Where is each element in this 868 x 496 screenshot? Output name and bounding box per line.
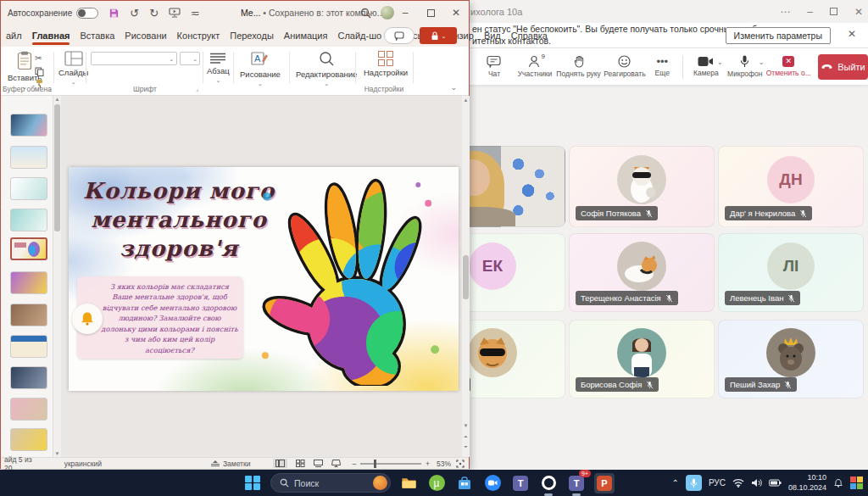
chat-button[interactable]: Чат bbox=[474, 55, 515, 78]
language-switcher[interactable]: РУС bbox=[709, 478, 726, 488]
tab-view[interactable]: Вид bbox=[479, 31, 506, 41]
widgets-icon[interactable] bbox=[850, 476, 863, 489]
tab-help[interactable]: Справка bbox=[506, 31, 553, 41]
search-icon[interactable] bbox=[360, 8, 371, 19]
slide-thumbnail[interactable] bbox=[10, 209, 47, 231]
editing-button[interactable]: Редактирование ⌄ bbox=[296, 51, 357, 86]
reading-view-button[interactable] bbox=[314, 460, 323, 467]
meeting-minimize-button[interactable]: – bbox=[807, 6, 813, 18]
tab-transitions[interactable]: Переходы bbox=[225, 31, 279, 41]
mic-in-use-indicator[interactable] bbox=[686, 475, 702, 491]
next-slide-button[interactable]: ⏷ bbox=[462, 444, 470, 450]
font-dialog-launcher[interactable]: ⌟ bbox=[196, 86, 198, 92]
drawing-button[interactable]: A Рисование ⌄ bbox=[240, 51, 281, 86]
paragraph-button[interactable]: Абзац ⌄ bbox=[207, 53, 230, 83]
taskbar-search[interactable]: Поиск bbox=[270, 473, 391, 493]
microsoft-store-icon[interactable] bbox=[454, 473, 475, 493]
participant-tile[interactable]: ЛІ Левенець Іван bbox=[718, 233, 864, 312]
tab-design[interactable]: Конструкт bbox=[172, 31, 225, 41]
zoom-slider[interactable] bbox=[360, 463, 421, 465]
zoom-slider-knob[interactable] bbox=[374, 460, 376, 468]
slide-thumbnail-selected[interactable] bbox=[10, 237, 47, 260]
undo-icon[interactable]: ↺ bbox=[130, 8, 139, 19]
editor-scrollbar[interactable]: ▲ ▼ ⏶ ⏷ bbox=[462, 96, 470, 457]
clipboard-dialog-launcher[interactable]: ⌟ bbox=[48, 86, 51, 92]
participant-tile[interactable]: Софія Потякова bbox=[569, 146, 715, 227]
start-button[interactable] bbox=[242, 473, 263, 493]
slide-thumbnail[interactable] bbox=[10, 114, 47, 137]
banner-close-icon[interactable]: ✕ bbox=[848, 28, 856, 40]
notes-button[interactable]: Заметки bbox=[210, 460, 251, 468]
font-size-select[interactable]: ⌄ bbox=[180, 52, 200, 65]
fit-to-window-button[interactable] bbox=[456, 460, 465, 468]
tray-expand-chevron-icon[interactable]: ⌃ bbox=[672, 478, 679, 488]
powerpoint-taskbar-icon[interactable]: P bbox=[594, 473, 615, 493]
raise-hand-button[interactable]: Поднять руку bbox=[555, 55, 602, 78]
slide-canvas[interactable]: Кольори мого ментального здоров'я З яких… bbox=[69, 167, 459, 391]
slideshow-view-button[interactable] bbox=[331, 460, 341, 467]
notification-bell-icon[interactable] bbox=[833, 478, 843, 488]
comments-button[interactable] bbox=[384, 27, 415, 44]
slide-sorter-view-button[interactable] bbox=[296, 460, 305, 467]
tab-animations[interactable]: Анимация bbox=[279, 31, 333, 41]
slide-thumbnail[interactable] bbox=[10, 146, 47, 169]
teams-icon[interactable]: T bbox=[510, 473, 531, 493]
ppt-close-button[interactable]: ✕ bbox=[443, 1, 469, 25]
tab-draw[interactable]: Рисовани bbox=[120, 31, 171, 41]
collapse-ribbon-chevron-icon[interactable]: ⌄ bbox=[450, 83, 457, 92]
ppt-minimize-button[interactable]: – bbox=[392, 1, 418, 25]
mic-button[interactable]: Микрофон bbox=[725, 55, 765, 78]
meeting-more-button[interactable]: ⋯ bbox=[780, 6, 790, 18]
slide-thumbnail[interactable] bbox=[10, 428, 47, 451]
cut-icon[interactable]: ✂ bbox=[35, 53, 42, 63]
slide-thumbnail[interactable] bbox=[10, 398, 47, 421]
volume-icon[interactable] bbox=[751, 478, 762, 488]
cancel-button[interactable]: ✕ Отменить о... bbox=[765, 56, 810, 77]
autosave-toggle[interactable] bbox=[76, 8, 98, 19]
ring-app-icon[interactable] bbox=[538, 473, 559, 493]
slide-thumbnail[interactable] bbox=[10, 271, 47, 294]
language-indicator[interactable]: украинский bbox=[64, 460, 102, 468]
font-name-select[interactable]: ⌄ bbox=[91, 52, 177, 65]
thumbnail-scrollbar[interactable]: ▲ ▼ bbox=[53, 96, 61, 457]
zoom-app-icon[interactable] bbox=[482, 473, 503, 493]
participant-tile[interactable]: ДН Дар' я Некрилова bbox=[718, 146, 864, 227]
zoom-level[interactable]: 53% bbox=[437, 460, 451, 468]
camera-button[interactable]: Камера bbox=[688, 56, 724, 77]
slide-thumbnail[interactable] bbox=[10, 366, 47, 389]
copy-icon[interactable] bbox=[35, 67, 44, 76]
previous-slide-button[interactable]: ⏶ bbox=[462, 434, 470, 440]
participant-tile[interactable]: Борисова Софія bbox=[569, 320, 715, 398]
tab-slideshow[interactable]: Слайд-шо bbox=[332, 31, 387, 41]
share-button[interactable]: ⌄ bbox=[420, 27, 457, 44]
leave-button[interactable]: Выйти bbox=[818, 54, 868, 80]
clock[interactable]: 10:10 08.10.2024 bbox=[788, 473, 826, 493]
teams-notifications-icon[interactable]: T 9+ bbox=[566, 473, 587, 493]
meeting-close-button[interactable]: ✕ bbox=[854, 6, 863, 18]
customize-quick-access-icon[interactable]: ≂ bbox=[191, 8, 200, 19]
wifi-icon[interactable] bbox=[732, 478, 744, 488]
ppt-maximize-button[interactable] bbox=[418, 1, 443, 25]
slide-thumbnail[interactable] bbox=[10, 304, 47, 326]
zoom-in-button[interactable]: + bbox=[426, 460, 430, 468]
tab-home[interactable]: Главная bbox=[27, 31, 75, 41]
participant-tile[interactable]: Терещенко Анастасія bbox=[569, 233, 715, 312]
meeting-maximize-button[interactable] bbox=[830, 8, 837, 15]
more-button[interactable]: ••• Еще bbox=[648, 56, 677, 77]
utorrent-icon[interactable]: µ bbox=[426, 473, 447, 493]
battery-icon[interactable] bbox=[769, 479, 782, 487]
save-icon[interactable] bbox=[108, 8, 120, 19]
slide-thumbnail[interactable] bbox=[10, 335, 47, 358]
addins-button[interactable]: Надстройки bbox=[364, 51, 408, 77]
slideshow-icon[interactable] bbox=[169, 8, 181, 18]
zoom-out-button[interactable]: – bbox=[352, 460, 356, 468]
slides-button[interactable]: Слайды ⌄ bbox=[58, 51, 88, 85]
file-explorer-icon[interactable] bbox=[398, 473, 419, 493]
change-settings-button[interactable]: Изменить параметры bbox=[726, 27, 831, 44]
participants-button[interactable]: 9 Участники bbox=[515, 55, 555, 78]
redo-icon[interactable]: ↻ bbox=[149, 8, 159, 19]
normal-view-button[interactable] bbox=[273, 459, 287, 468]
participant-tile[interactable]: Пеший Захар bbox=[718, 320, 864, 398]
tab-insert[interactable]: Вставка bbox=[75, 31, 120, 41]
react-button[interactable]: Реагировать bbox=[602, 55, 647, 78]
